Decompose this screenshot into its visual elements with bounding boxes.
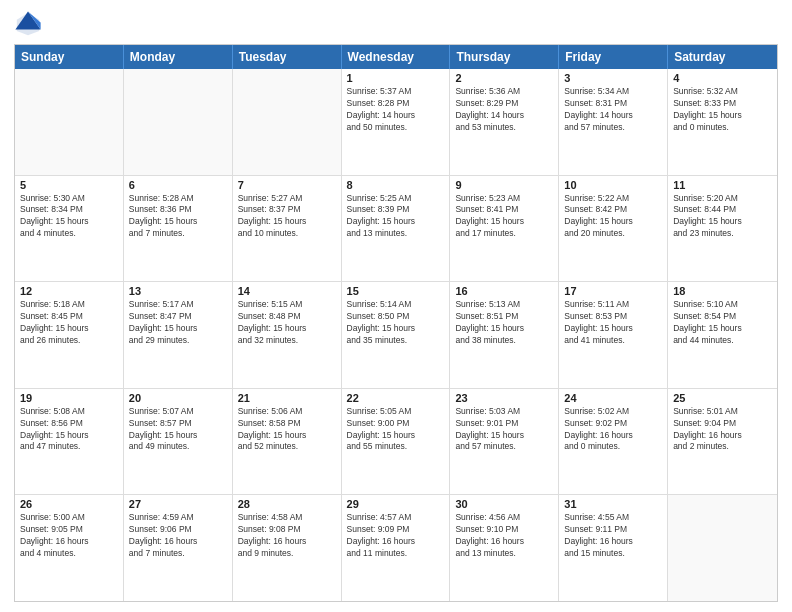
day-number: 31 <box>564 498 662 510</box>
calendar-cell-26: 26Sunrise: 5:00 AM Sunset: 9:05 PM Dayli… <box>15 495 124 601</box>
day-info: Sunrise: 5:20 AM Sunset: 8:44 PM Dayligh… <box>673 193 772 241</box>
day-info: Sunrise: 5:18 AM Sunset: 8:45 PM Dayligh… <box>20 299 118 347</box>
logo-icon <box>14 10 42 38</box>
calendar-cell-3: 3Sunrise: 5:34 AM Sunset: 8:31 PM Daylig… <box>559 69 668 175</box>
day-info: Sunrise: 5:28 AM Sunset: 8:36 PM Dayligh… <box>129 193 227 241</box>
day-number: 22 <box>347 392 445 404</box>
calendar-cell-1: 1Sunrise: 5:37 AM Sunset: 8:28 PM Daylig… <box>342 69 451 175</box>
day-info: Sunrise: 4:59 AM Sunset: 9:06 PM Dayligh… <box>129 512 227 560</box>
calendar-cell-24: 24Sunrise: 5:02 AM Sunset: 9:02 PM Dayli… <box>559 389 668 495</box>
calendar-cell-7: 7Sunrise: 5:27 AM Sunset: 8:37 PM Daylig… <box>233 176 342 282</box>
day-info: Sunrise: 5:03 AM Sunset: 9:01 PM Dayligh… <box>455 406 553 454</box>
day-number: 20 <box>129 392 227 404</box>
day-info: Sunrise: 5:25 AM Sunset: 8:39 PM Dayligh… <box>347 193 445 241</box>
day-number: 29 <box>347 498 445 510</box>
day-number: 30 <box>455 498 553 510</box>
weekday-header-saturday: Saturday <box>668 45 777 69</box>
day-number: 3 <box>564 72 662 84</box>
day-number: 11 <box>673 179 772 191</box>
day-info: Sunrise: 5:07 AM Sunset: 8:57 PM Dayligh… <box>129 406 227 454</box>
calendar-cell-17: 17Sunrise: 5:11 AM Sunset: 8:53 PM Dayli… <box>559 282 668 388</box>
day-info: Sunrise: 5:37 AM Sunset: 8:28 PM Dayligh… <box>347 86 445 134</box>
calendar-cell-8: 8Sunrise: 5:25 AM Sunset: 8:39 PM Daylig… <box>342 176 451 282</box>
calendar-header: SundayMondayTuesdayWednesdayThursdayFrid… <box>15 45 777 69</box>
day-number: 26 <box>20 498 118 510</box>
calendar-row-0: 1Sunrise: 5:37 AM Sunset: 8:28 PM Daylig… <box>15 69 777 176</box>
day-info: Sunrise: 4:56 AM Sunset: 9:10 PM Dayligh… <box>455 512 553 560</box>
logo <box>14 10 46 38</box>
day-info: Sunrise: 5:27 AM Sunset: 8:37 PM Dayligh… <box>238 193 336 241</box>
weekday-header-tuesday: Tuesday <box>233 45 342 69</box>
calendar-cell-12: 12Sunrise: 5:18 AM Sunset: 8:45 PM Dayli… <box>15 282 124 388</box>
day-number: 21 <box>238 392 336 404</box>
page: SundayMondayTuesdayWednesdayThursdayFrid… <box>0 0 792 612</box>
calendar-cell-6: 6Sunrise: 5:28 AM Sunset: 8:36 PM Daylig… <box>124 176 233 282</box>
calendar-cell-10: 10Sunrise: 5:22 AM Sunset: 8:42 PM Dayli… <box>559 176 668 282</box>
day-number: 12 <box>20 285 118 297</box>
calendar-cell-19: 19Sunrise: 5:08 AM Sunset: 8:56 PM Dayli… <box>15 389 124 495</box>
calendar-row-3: 19Sunrise: 5:08 AM Sunset: 8:56 PM Dayli… <box>15 389 777 496</box>
calendar-cell-empty-0-2 <box>233 69 342 175</box>
day-info: Sunrise: 5:05 AM Sunset: 9:00 PM Dayligh… <box>347 406 445 454</box>
calendar-cell-15: 15Sunrise: 5:14 AM Sunset: 8:50 PM Dayli… <box>342 282 451 388</box>
day-info: Sunrise: 5:34 AM Sunset: 8:31 PM Dayligh… <box>564 86 662 134</box>
day-number: 13 <box>129 285 227 297</box>
weekday-header-friday: Friday <box>559 45 668 69</box>
day-number: 2 <box>455 72 553 84</box>
day-number: 7 <box>238 179 336 191</box>
calendar-cell-16: 16Sunrise: 5:13 AM Sunset: 8:51 PM Dayli… <box>450 282 559 388</box>
day-number: 14 <box>238 285 336 297</box>
calendar-cell-empty-0-1 <box>124 69 233 175</box>
day-info: Sunrise: 5:22 AM Sunset: 8:42 PM Dayligh… <box>564 193 662 241</box>
weekday-header-sunday: Sunday <box>15 45 124 69</box>
calendar-cell-27: 27Sunrise: 4:59 AM Sunset: 9:06 PM Dayli… <box>124 495 233 601</box>
calendar-cell-11: 11Sunrise: 5:20 AM Sunset: 8:44 PM Dayli… <box>668 176 777 282</box>
calendar-cell-29: 29Sunrise: 4:57 AM Sunset: 9:09 PM Dayli… <box>342 495 451 601</box>
calendar-cell-23: 23Sunrise: 5:03 AM Sunset: 9:01 PM Dayli… <box>450 389 559 495</box>
calendar-cell-22: 22Sunrise: 5:05 AM Sunset: 9:00 PM Dayli… <box>342 389 451 495</box>
day-number: 6 <box>129 179 227 191</box>
day-number: 18 <box>673 285 772 297</box>
day-number: 17 <box>564 285 662 297</box>
calendar-cell-18: 18Sunrise: 5:10 AM Sunset: 8:54 PM Dayli… <box>668 282 777 388</box>
weekday-header-monday: Monday <box>124 45 233 69</box>
weekday-header-thursday: Thursday <box>450 45 559 69</box>
day-number: 25 <box>673 392 772 404</box>
day-number: 16 <box>455 285 553 297</box>
day-info: Sunrise: 5:11 AM Sunset: 8:53 PM Dayligh… <box>564 299 662 347</box>
day-info: Sunrise: 5:08 AM Sunset: 8:56 PM Dayligh… <box>20 406 118 454</box>
calendar-cell-2: 2Sunrise: 5:36 AM Sunset: 8:29 PM Daylig… <box>450 69 559 175</box>
day-info: Sunrise: 5:15 AM Sunset: 8:48 PM Dayligh… <box>238 299 336 347</box>
day-info: Sunrise: 5:02 AM Sunset: 9:02 PM Dayligh… <box>564 406 662 454</box>
calendar-row-2: 12Sunrise: 5:18 AM Sunset: 8:45 PM Dayli… <box>15 282 777 389</box>
day-info: Sunrise: 5:01 AM Sunset: 9:04 PM Dayligh… <box>673 406 772 454</box>
calendar-cell-5: 5Sunrise: 5:30 AM Sunset: 8:34 PM Daylig… <box>15 176 124 282</box>
calendar-cell-20: 20Sunrise: 5:07 AM Sunset: 8:57 PM Dayli… <box>124 389 233 495</box>
day-info: Sunrise: 5:32 AM Sunset: 8:33 PM Dayligh… <box>673 86 772 134</box>
calendar-cell-13: 13Sunrise: 5:17 AM Sunset: 8:47 PM Dayli… <box>124 282 233 388</box>
calendar-cell-9: 9Sunrise: 5:23 AM Sunset: 8:41 PM Daylig… <box>450 176 559 282</box>
day-number: 4 <box>673 72 772 84</box>
calendar-cell-empty-0-0 <box>15 69 124 175</box>
calendar-body: 1Sunrise: 5:37 AM Sunset: 8:28 PM Daylig… <box>15 69 777 601</box>
day-number: 8 <box>347 179 445 191</box>
day-number: 19 <box>20 392 118 404</box>
calendar-cell-14: 14Sunrise: 5:15 AM Sunset: 8:48 PM Dayli… <box>233 282 342 388</box>
calendar: SundayMondayTuesdayWednesdayThursdayFrid… <box>14 44 778 602</box>
calendar-cell-4: 4Sunrise: 5:32 AM Sunset: 8:33 PM Daylig… <box>668 69 777 175</box>
day-number: 9 <box>455 179 553 191</box>
day-info: Sunrise: 5:17 AM Sunset: 8:47 PM Dayligh… <box>129 299 227 347</box>
day-number: 23 <box>455 392 553 404</box>
day-info: Sunrise: 5:14 AM Sunset: 8:50 PM Dayligh… <box>347 299 445 347</box>
day-info: Sunrise: 5:06 AM Sunset: 8:58 PM Dayligh… <box>238 406 336 454</box>
day-number: 28 <box>238 498 336 510</box>
day-info: Sunrise: 5:00 AM Sunset: 9:05 PM Dayligh… <box>20 512 118 560</box>
day-info: Sunrise: 5:23 AM Sunset: 8:41 PM Dayligh… <box>455 193 553 241</box>
day-info: Sunrise: 4:55 AM Sunset: 9:11 PM Dayligh… <box>564 512 662 560</box>
calendar-row-1: 5Sunrise: 5:30 AM Sunset: 8:34 PM Daylig… <box>15 176 777 283</box>
calendar-row-4: 26Sunrise: 5:00 AM Sunset: 9:05 PM Dayli… <box>15 495 777 601</box>
day-info: Sunrise: 4:57 AM Sunset: 9:09 PM Dayligh… <box>347 512 445 560</box>
calendar-cell-31: 31Sunrise: 4:55 AM Sunset: 9:11 PM Dayli… <box>559 495 668 601</box>
day-info: Sunrise: 5:36 AM Sunset: 8:29 PM Dayligh… <box>455 86 553 134</box>
calendar-cell-21: 21Sunrise: 5:06 AM Sunset: 8:58 PM Dayli… <box>233 389 342 495</box>
